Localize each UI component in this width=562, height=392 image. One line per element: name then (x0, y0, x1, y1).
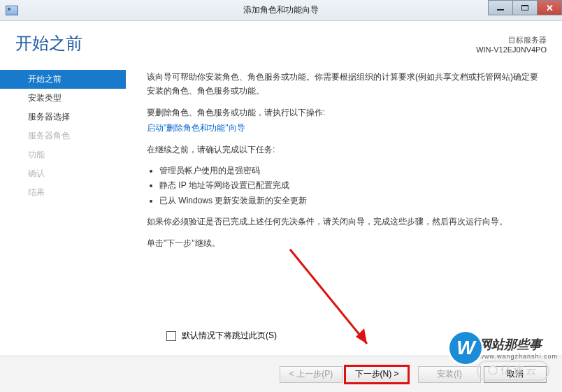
sidebar-item-label: 安装类型 (28, 93, 62, 103)
content: 该向导可帮助你安装角色、角色服务或功能。你需要根据组织的计算要求(例如共享文档或… (126, 64, 562, 257)
sidebar-item-results: 结果 (0, 183, 126, 202)
task-item: 管理员帐户使用的是强密码 (159, 164, 541, 177)
sidebar-item-confirmation: 确认 (0, 164, 126, 183)
window-title: 添加角色和功能向导 (0, 4, 562, 16)
close-button[interactable]: ✕ (537, 0, 562, 15)
continue-text: 单击"下一步"继续。 (147, 236, 541, 250)
task-list: 管理员帐户使用的是强密码 静态 IP 地址等网络设置已配置完成 已从 Windo… (147, 164, 541, 208)
previous-button: < 上一步(P) (280, 366, 343, 383)
sidebar-item-installation-type[interactable]: 安装类型 (0, 89, 126, 108)
sidebar-item-server-selection[interactable]: 服务器选择 (0, 108, 126, 126)
window-controls: ✕ (489, 0, 562, 15)
svg-marker-0 (356, 328, 367, 344)
titlebar: 添加角色和功能向导 ✕ (0, 0, 562, 21)
body: 开始之前 安装类型 服务器选择 服务器角色 功能 确认 结果 该向导可帮助你安装… (0, 61, 562, 257)
sidebar-item-label: 服务器选择 (28, 112, 70, 122)
header: 开始之前 目标服务器 WIN-V12EJ0NV4PO (0, 21, 562, 61)
sidebar: 开始之前 安装类型 服务器选择 服务器角色 功能 确认 结果 (0, 64, 126, 257)
install-button: 安装(I) (418, 366, 481, 383)
sidebar-item-features: 功能 (0, 145, 126, 164)
sidebar-item-label: 确认 (28, 168, 45, 178)
button-label: 取消 (507, 368, 524, 380)
sidebar-item-label: 开始之前 (28, 74, 62, 84)
skip-checkbox[interactable] (166, 331, 176, 341)
button-label: < 上一步(P) (289, 368, 333, 380)
minimize-icon (497, 9, 504, 10)
sidebar-item-before-you-begin[interactable]: 开始之前 (0, 70, 126, 89)
page-title: 开始之前 (15, 32, 82, 55)
sidebar-item-label: 功能 (28, 150, 45, 159)
cancel-button[interactable]: 取消 (484, 366, 547, 383)
intro-text: 该向导可帮助你安装角色、角色服务或功能。你需要根据组织的计算要求(例如共享文档或… (147, 70, 541, 99)
button-label: 下一步(N) > (355, 368, 399, 380)
button-label: 安装(I) (437, 368, 461, 380)
tasks-label: 在继续之前，请确认完成以下任务: (147, 143, 541, 157)
target-info: 目标服务器 WIN-V12EJ0NV4PO (476, 32, 547, 54)
verify-text: 如果你必须验证是否已完成上述任何先决条件，请关闭向导，完成这些步骤，然后再次运行… (147, 215, 541, 228)
task-item: 静态 IP 地址等网络设置已配置完成 (159, 178, 541, 192)
target-label: 目标服务器 (476, 35, 547, 45)
remove-label: 要删除角色、角色服务或功能，请执行以下操作: (147, 106, 541, 119)
remove-wizard-link[interactable]: 启动"删除角色和功能"向导 (147, 123, 245, 133)
footer: < 上一步(P) 下一步(N) > 安装(I) 取消 (0, 356, 562, 392)
close-icon: ✕ (546, 3, 554, 13)
sidebar-item-label: 结果 (28, 187, 45, 197)
next-button[interactable]: 下一步(N) > (345, 366, 408, 383)
target-server: WIN-V12EJ0NV4PO (476, 45, 547, 54)
skip-row: 默认情况下将跳过此页(S) (166, 330, 277, 342)
app-icon (6, 6, 18, 15)
maximize-icon (521, 5, 528, 10)
sidebar-item-label: 服务器角色 (28, 131, 70, 140)
skip-checkbox-label: 默认情况下将跳过此页(S) (182, 330, 277, 342)
task-item: 已从 Windows 更新安装最新的安全更新 (159, 194, 541, 208)
sidebar-item-server-roles: 服务器角色 (0, 126, 126, 145)
minimize-button[interactable] (488, 0, 513, 15)
maximize-button[interactable] (512, 0, 538, 15)
watermark-main: 网站那些事 (479, 336, 558, 353)
